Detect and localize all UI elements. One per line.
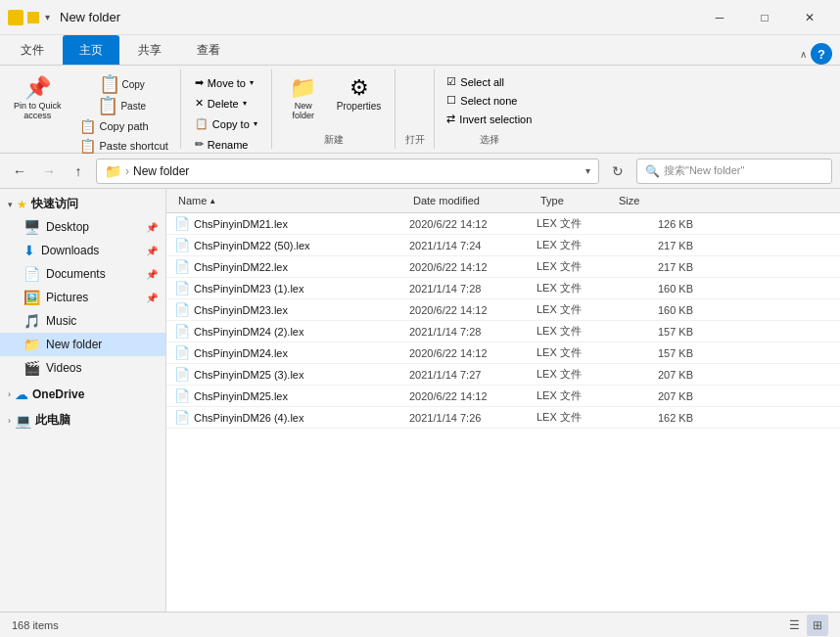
help-button[interactable]: ? xyxy=(811,43,832,65)
quick-access-star-icon: ★ xyxy=(17,198,27,211)
column-header-date[interactable]: Date modified xyxy=(409,193,537,208)
documents-pin-icon: 📌 xyxy=(146,269,158,280)
table-row[interactable]: 📄 ChsPinyinDM21.lex 2020/6/22 14:12 LEX … xyxy=(166,213,840,235)
file-size: 157 KB xyxy=(615,326,693,338)
chevron-up-icon[interactable]: ∧ xyxy=(800,49,807,60)
file-type: LEX 文件 xyxy=(537,238,615,252)
table-row[interactable]: 📄 ChsPinyinDM23 (1).lex 2021/1/14 7:28 L… xyxy=(166,278,840,299)
quick-access-label: 快速访问 xyxy=(31,196,78,212)
file-type: LEX 文件 xyxy=(537,302,615,317)
select-none-button[interactable]: ☐ Select none xyxy=(443,92,536,109)
file-type: LEX 文件 xyxy=(537,410,615,425)
table-row[interactable]: 📄 ChsPinyinDM26 (4).lex 2021/1/14 7:26 L… xyxy=(166,407,840,429)
up-button[interactable]: ↑ xyxy=(67,159,90,183)
thispc-section: › 💻 此电脑 xyxy=(0,409,165,432)
address-text: New folder xyxy=(133,164,189,178)
downloads-icon: ⬇ xyxy=(23,243,35,258)
file-list: Name ▲ Date modified Type Size 📄 ChsPiny… xyxy=(166,189,840,612)
thispc-chevron: › xyxy=(8,416,11,426)
delete-button[interactable]: ✕ Delete ▾ xyxy=(189,94,263,113)
thispc-header[interactable]: › 💻 此电脑 xyxy=(0,409,165,432)
file-date: 2021/1/14 7:26 xyxy=(409,412,537,424)
column-header-size[interactable]: Size xyxy=(615,193,693,208)
ribbon-group-clipboard: 📌 Pin to Quickaccess 📋 Copy 📋 Paste 📋 Co… xyxy=(0,69,181,149)
pin-to-quick-access-button[interactable]: 📌 Pin to Quickaccess xyxy=(8,73,68,124)
table-row[interactable]: 📄 ChsPinyinDM25 (3).lex 2021/1/14 7:27 L… xyxy=(166,364,840,386)
onedrive-header[interactable]: › ☁ OneDrive xyxy=(0,384,165,405)
new-folder-icon: 📁 xyxy=(290,77,316,99)
new-folder-button[interactable]: 📁 Newfolder xyxy=(280,73,327,124)
desktop-icon: 🖥️ xyxy=(23,219,40,235)
file-icon: 📄 xyxy=(174,259,190,274)
sidebar-item-music[interactable]: 🎵 Music xyxy=(0,309,165,333)
list-view-button[interactable]: ☰ xyxy=(783,614,805,636)
delete-dropdown-icon: ▾ xyxy=(243,99,247,108)
paste-icon: 📋 xyxy=(97,97,118,114)
address-dropdown-icon[interactable]: ▾ xyxy=(585,165,590,176)
ribbon-group-select: ☑ Select all ☐ Select none ⇄ Invert sele… xyxy=(435,69,543,149)
select-all-button[interactable]: ☑ Select all xyxy=(443,73,536,90)
select-group-label: 选择 xyxy=(443,133,536,149)
refresh-button[interactable]: ↻ xyxy=(605,159,630,184)
column-header-type[interactable]: Type xyxy=(537,193,615,208)
tab-file[interactable]: 文件 xyxy=(4,35,61,65)
copy-button[interactable]: 📋 Copy xyxy=(71,73,172,95)
close-button[interactable]: ✕ xyxy=(787,2,832,33)
music-icon: 🎵 xyxy=(23,313,40,329)
rename-button[interactable]: ✏ Rename xyxy=(189,135,263,154)
search-bar[interactable]: 🔍 搜索"New folder" xyxy=(636,159,832,184)
ribbon-tabs: 文件 主页 共享 查看 ∧ ? xyxy=(0,35,840,66)
downloads-pin-icon: 📌 xyxy=(146,246,158,256)
sidebar-item-documents[interactable]: 📄 Documents 📌 xyxy=(0,262,165,286)
table-row[interactable]: 📄 ChsPinyinDM25.lex 2020/6/22 14:12 LEX … xyxy=(166,386,840,407)
tab-view[interactable]: 查看 xyxy=(180,35,237,65)
quick-access-header[interactable]: ▾ ★ 快速访问 xyxy=(0,193,165,215)
copy-to-button[interactable]: 📋 Copy to ▾ xyxy=(189,114,263,133)
paste-button[interactable]: 📋 Paste xyxy=(71,95,172,116)
file-name: ChsPinyinDM26 (4).lex xyxy=(194,412,303,424)
delete-icon: ✕ xyxy=(195,97,204,110)
minimize-button[interactable]: ─ xyxy=(697,2,742,33)
file-size: 126 KB xyxy=(615,218,693,230)
file-name: ChsPinyinDM24 (2).lex xyxy=(194,326,303,338)
column-header-name[interactable]: Name ▲ xyxy=(174,193,409,208)
back-button[interactable]: ← xyxy=(8,159,31,183)
table-row[interactable]: 📄 ChsPinyinDM22.lex 2020/6/22 14:12 LEX … xyxy=(166,256,840,278)
desktop-label: Desktop xyxy=(46,220,140,234)
grid-view-button[interactable]: ⊞ xyxy=(807,614,828,636)
onedrive-icon: ☁ xyxy=(15,387,28,402)
pin-icon: 📌 xyxy=(24,77,51,99)
invert-selection-button[interactable]: ⇄ Invert selection xyxy=(443,111,536,127)
ribbon-tab-right: ∧ ? xyxy=(800,43,840,65)
file-date: 2020/6/22 14:12 xyxy=(409,390,537,402)
table-row[interactable]: 📄 ChsPinyinDM23.lex 2020/6/22 14:12 LEX … xyxy=(166,299,840,321)
sidebar-item-new-folder[interactable]: 📁 New folder xyxy=(0,333,165,356)
title-bar-icons: ▾ xyxy=(8,10,52,25)
table-row[interactable]: 📄 ChsPinyinDM24.lex 2020/6/22 14:12 LEX … xyxy=(166,342,840,364)
sidebar-item-downloads[interactable]: ⬇ Downloads 📌 xyxy=(0,239,165,262)
tab-share[interactable]: 共享 xyxy=(121,35,178,65)
sidebar-item-videos[interactable]: 🎬 Videos xyxy=(0,356,165,380)
table-row[interactable]: 📄 ChsPinyinDM22 (50).lex 2021/1/14 7:24 … xyxy=(166,235,840,256)
paste-shortcut-label: Paste shortcut xyxy=(100,140,168,152)
address-bar[interactable]: 📁 › New folder ▾ xyxy=(96,159,599,184)
table-row[interactable]: 📄 ChsPinyinDM24 (2).lex 2021/1/14 7:28 L… xyxy=(166,321,840,342)
tab-home[interactable]: 主页 xyxy=(63,35,119,65)
title-dropdown-arrow[interactable]: ▾ xyxy=(45,12,50,23)
copy-path-label: Copy path xyxy=(100,120,149,132)
properties-button[interactable]: ⚙ Properties xyxy=(331,73,388,115)
move-to-button[interactable]: ➡ Move to ▾ xyxy=(189,73,263,92)
copy-icon: 📋 xyxy=(99,75,120,93)
videos-icon: 🎬 xyxy=(23,360,40,376)
paste-shortcut-button[interactable]: 📋 Paste shortcut xyxy=(75,136,172,156)
file-type: LEX 文件 xyxy=(537,367,615,382)
move-to-label: Move to xyxy=(208,77,246,89)
new-folder-sidebar-icon: 📁 xyxy=(23,337,40,352)
copy-path-button[interactable]: 📋 Copy path xyxy=(75,116,172,136)
sidebar-item-desktop[interactable]: 🖥️ Desktop 📌 xyxy=(0,215,165,239)
pictures-icon: 🖼️ xyxy=(23,290,40,305)
forward-button[interactable]: → xyxy=(37,159,61,183)
maximize-button[interactable]: □ xyxy=(742,2,787,33)
sidebar-item-pictures[interactable]: 🖼️ Pictures 📌 xyxy=(0,286,165,309)
file-name: ChsPinyinDM22 (50).lex xyxy=(194,240,310,251)
